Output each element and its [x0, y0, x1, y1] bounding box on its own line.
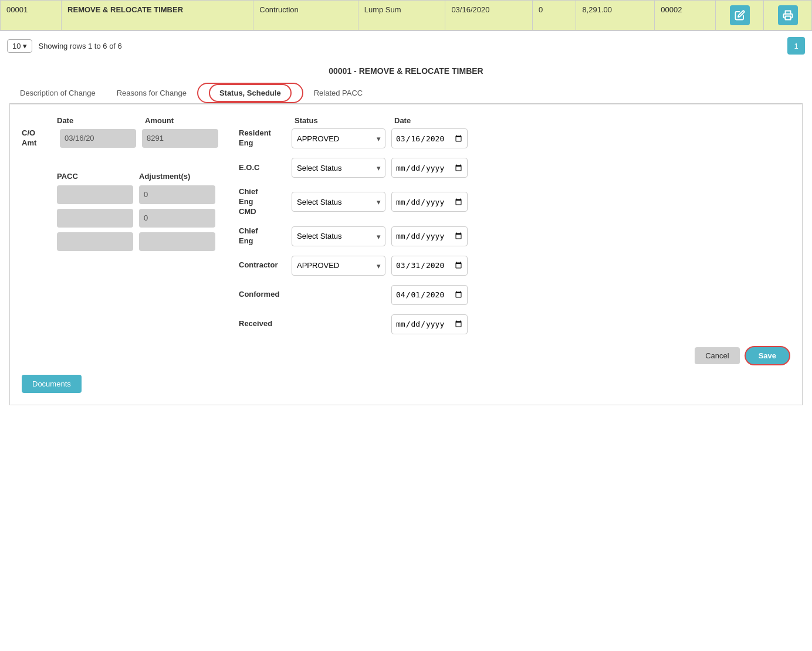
eoc-date-input[interactable] — [391, 158, 468, 178]
tab-reasons-for-change[interactable]: Reasons for Change — [106, 83, 197, 103]
tabs-bar: Description of Change Reasons for Change… — [9, 83, 803, 104]
chief-eng-cmd-label: ChiefEngCMD — [239, 187, 286, 217]
chief-eng-status-select[interactable]: Select Status APPROVED — [292, 226, 385, 246]
save-button[interactable]: Save — [745, 346, 790, 365]
row-name: REMOVE & RELOCATE TIMBER — [62, 1, 253, 30]
pacc-amount-1[interactable] — [139, 185, 215, 204]
form-buttons: Cancel Save — [239, 346, 790, 365]
showing-text: Showing rows 1 to 6 of 6 — [38, 42, 121, 50]
data-table: 00001 REMOVE & RELOCATE TIMBER Contructi… — [0, 0, 812, 30]
tab-description-of-change[interactable]: Description of Change — [9, 83, 106, 103]
contractor-row: Contractor APPROVED Select Status — [239, 256, 790, 276]
row-date: 03/16/2020 — [445, 1, 533, 30]
chief-eng-date-input[interactable] — [391, 226, 468, 246]
chief-eng-cmd-date-input[interactable] — [391, 192, 468, 212]
chief-eng-status-wrapper[interactable]: Select Status APPROVED — [292, 226, 385, 246]
pacc-amount-3[interactable] — [139, 232, 215, 251]
pagination-bar: 10 ▾ Showing rows 1 to 6 of 6 1 — [0, 30, 812, 60]
co-amount-input[interactable] — [142, 129, 218, 148]
dropdown-arrow-icon: ▾ — [23, 42, 27, 50]
row-method: Lump Sum — [358, 1, 445, 30]
tab-related-pacc[interactable]: Related PACC — [303, 83, 374, 103]
co-amt-label: C/OAmt — [22, 128, 54, 148]
left-panel: Date Amount C/OAmt PACC Adjustment(s) — [22, 116, 227, 365]
pacc-date-3[interactable] — [57, 232, 133, 251]
rows-per-page-dropdown[interactable]: 10 ▾ — [7, 39, 32, 53]
row-amount: 8,291.00 — [576, 1, 655, 30]
svg-rect-0 — [785, 16, 790, 20]
chief-eng-cmd-row: ChiefEngCMD Select Status APPROVED — [239, 187, 790, 217]
pacc-header: PACC — [57, 172, 133, 181]
co-date-input[interactable] — [60, 129, 136, 148]
row-ref: 00002 — [655, 1, 716, 30]
received-row: Received — [239, 314, 790, 334]
form-title: 00001 - REMOVE & RELOCATE TIMBER — [9, 66, 803, 76]
chief-eng-row: ChiefEng Select Status APPROVED — [239, 226, 790, 246]
cancel-button[interactable]: Cancel — [695, 347, 739, 364]
chief-eng-cmd-status-select[interactable]: Select Status APPROVED — [292, 192, 385, 212]
row-type: Contruction — [253, 1, 358, 30]
status-column-header: Status — [295, 116, 388, 125]
eoc-status-wrapper[interactable]: Select Status APPROVED — [292, 158, 385, 178]
content-area: Date Amount C/OAmt PACC Adjustment(s) — [9, 104, 803, 405]
row-count: 0 — [533, 1, 576, 30]
pacc-date-1[interactable] — [57, 185, 133, 204]
resident-eng-label: ResidentEng — [239, 128, 286, 148]
resident-eng-row: ResidentEng APPROVED Select Status — [239, 128, 790, 148]
conformed-label: Conformed — [239, 290, 286, 300]
received-date-input[interactable] — [391, 314, 468, 334]
adjustments-header: Adjustment(s) — [139, 172, 215, 181]
tab-status-schedule[interactable]: Status, Schedule — [197, 83, 303, 103]
eoc-status-select[interactable]: Select Status APPROVED — [292, 158, 385, 178]
pacc-date-2[interactable] — [57, 209, 133, 228]
contractor-date-input[interactable] — [391, 256, 468, 276]
resident-eng-date-input[interactable] — [391, 128, 468, 148]
right-panel: Status Date ResidentEng APPROVED Select … — [239, 116, 790, 365]
chief-eng-label: ChiefEng — [239, 226, 286, 246]
resident-eng-status-wrapper[interactable]: APPROVED Select Status — [292, 128, 385, 148]
date-column-header-right: Date — [394, 116, 465, 125]
chief-eng-cmd-status-wrapper[interactable]: Select Status APPROVED — [292, 192, 385, 212]
conformed-row: Conformed — [239, 285, 790, 305]
contractor-label: Contractor — [239, 260, 286, 270]
conformed-date-input[interactable] — [391, 285, 468, 305]
amount-column-header: Amount — [145, 116, 227, 125]
resident-eng-status-select[interactable]: APPROVED Select Status — [292, 128, 385, 148]
page-1-button[interactable]: 1 — [787, 37, 805, 55]
received-label: Received — [239, 319, 286, 329]
print-button[interactable] — [778, 5, 798, 25]
edit-button[interactable] — [730, 5, 750, 25]
eoc-row: E.O.C Select Status APPROVED — [239, 158, 790, 178]
date-column-header: Date — [57, 116, 139, 125]
form-section: 00001 - REMOVE & RELOCATE TIMBER Descrip… — [0, 60, 812, 415]
eoc-label: E.O.C — [239, 163, 286, 173]
contractor-status-wrapper[interactable]: APPROVED Select Status — [292, 256, 385, 276]
row-id: 00001 — [1, 1, 62, 30]
table-row: 00001 REMOVE & RELOCATE TIMBER Contructi… — [1, 1, 812, 30]
documents-button[interactable]: Documents — [22, 375, 82, 393]
contractor-status-select[interactable]: APPROVED Select Status — [292, 256, 385, 276]
pacc-amount-2[interactable] — [139, 209, 215, 228]
